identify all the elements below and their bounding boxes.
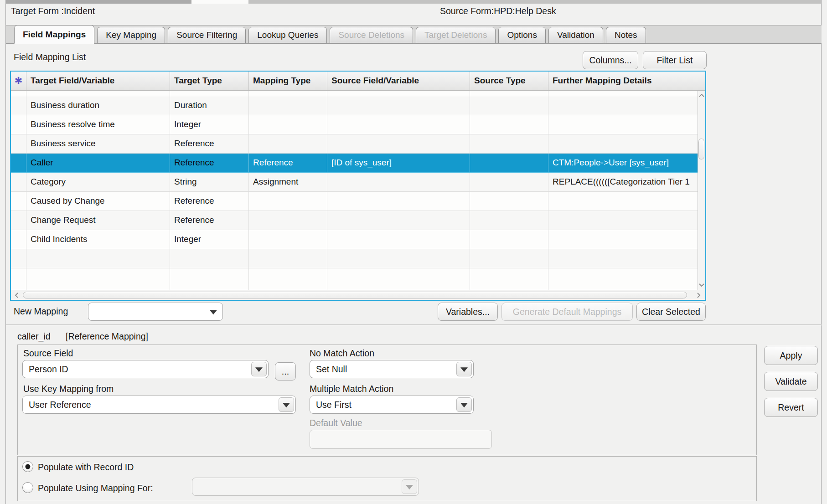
- cell-details: [548, 230, 698, 249]
- default-value-label: Default Value: [310, 418, 362, 428]
- variables-button[interactable]: Variables...: [438, 303, 498, 321]
- cell-target-type: Integer: [170, 230, 249, 249]
- table-body: Business duration Duration Business reso…: [11, 91, 698, 290]
- populate-record-id-radio[interactable]: [22, 461, 33, 472]
- populate-using-mapping-radio[interactable]: [22, 482, 33, 493]
- cell-target-type: String: [170, 173, 249, 191]
- default-value-input[interactable]: [310, 430, 492, 449]
- table-row-selected[interactable]: Caller Reference Reference [ID of sys_us…: [11, 154, 698, 173]
- cell-mapping-type: [249, 96, 327, 115]
- cell-details: [548, 192, 698, 211]
- tab-notes[interactable]: Notes: [606, 27, 646, 43]
- panel-divider-highlight: [6, 325, 822, 325]
- clear-selected-button[interactable]: Clear Selected: [636, 303, 706, 321]
- new-mapping-label: New Mapping: [14, 306, 68, 317]
- table-row[interactable]: Business duration Duration: [11, 96, 698, 115]
- tab-lookup-queries[interactable]: Lookup Queries: [248, 27, 327, 43]
- multiple-match-action-value: Use First: [310, 396, 455, 413]
- validate-button[interactable]: Validate: [764, 372, 818, 391]
- cell-mapping-type: [249, 211, 327, 230]
- table-row[interactable]: Category String Assignment REPLACE((((([…: [11, 173, 698, 192]
- tab-validation[interactable]: Validation: [548, 27, 603, 43]
- cell-source-field: [327, 115, 470, 134]
- tab-key-mapping[interactable]: Key Mapping: [97, 27, 165, 43]
- multiple-match-action-select[interactable]: Use First: [310, 396, 474, 414]
- vertical-scrollbar[interactable]: [698, 91, 705, 290]
- new-mapping-select[interactable]: [88, 303, 223, 321]
- cell-source-field: [327, 230, 470, 249]
- chevron-down-icon: [402, 479, 417, 494]
- col-header-target-type[interactable]: Target Type: [170, 72, 249, 90]
- cell-mapping-type: Reference: [249, 154, 327, 172]
- detail-field-name: caller_id: [17, 331, 51, 342]
- table-row[interactable]: Business service Reference: [11, 134, 698, 154]
- cell-mapping-type: [249, 115, 327, 134]
- col-header-target-field[interactable]: Target Field/Variable: [26, 72, 170, 90]
- use-key-mapping-value: User Reference: [23, 396, 277, 413]
- cell-target-field: Change Request: [26, 211, 170, 230]
- table-row[interactable]: Caused by Change Reference: [11, 192, 698, 211]
- cell-details: [548, 211, 698, 230]
- cell-target-field: Caused by Change: [26, 192, 170, 211]
- col-header-source-field[interactable]: Source Field/Variable: [327, 72, 470, 90]
- populate-record-id-label: Populate with Record ID: [38, 462, 134, 473]
- cell-target-type: Reference: [170, 211, 249, 230]
- cell-target-field: Business duration: [26, 96, 170, 115]
- chevron-down-icon[interactable]: [279, 397, 294, 412]
- no-match-action-select[interactable]: Set Null: [310, 360, 474, 378]
- source-field-value: Person ID: [23, 360, 250, 378]
- table-row-empty: [11, 249, 698, 268]
- col-header-mapping-type[interactable]: Mapping Type: [249, 72, 327, 90]
- chevron-down-icon[interactable]: [456, 397, 472, 412]
- populate-options-groupbox: Populate with Record ID Populate Using M…: [17, 456, 757, 501]
- apply-button[interactable]: Apply: [764, 346, 818, 365]
- source-field-select[interactable]: Person ID: [22, 360, 269, 378]
- chevron-down-icon[interactable]: [456, 362, 472, 376]
- revert-button[interactable]: Revert: [764, 398, 818, 417]
- tab-options[interactable]: Options: [498, 27, 545, 43]
- cell-target-type: Integer: [170, 115, 249, 134]
- scroll-up-icon[interactable]: [698, 93, 705, 99]
- cell-source-type: [470, 154, 548, 172]
- cell-source-type: [470, 192, 548, 211]
- col-header-details[interactable]: Further Mapping Details: [548, 72, 705, 90]
- reference-mapping-groupbox: Source Field Person ID ... No Match Acti…: [17, 345, 757, 455]
- cell-source-type: [470, 115, 548, 134]
- cell-details: REPLACE((((([Categorization Tier 1: [548, 173, 698, 191]
- window-left-border: [5, 0, 6, 504]
- tab-field-mappings[interactable]: Field Mappings: [14, 25, 94, 44]
- browse-button[interactable]: ...: [275, 362, 296, 381]
- col-header-source-type[interactable]: Source Type: [470, 72, 548, 90]
- scroll-left-icon[interactable]: [14, 292, 20, 298]
- filter-list-button[interactable]: Filter List: [643, 51, 707, 69]
- cell-target-field: Business service: [26, 134, 170, 153]
- cell-mapping-type: [249, 192, 327, 211]
- table-row[interactable]: Change Request Reference: [11, 211, 698, 230]
- columns-button[interactable]: Columns...: [583, 51, 638, 69]
- source-form-caption: Source Form:: [440, 6, 494, 16]
- cell-details: [548, 115, 698, 134]
- mapping-tool-window: { "header": { "target_form_label": "Targ…: [0, 0, 827, 504]
- tab-source-filtering[interactable]: Source Filtering: [168, 27, 246, 43]
- key-field-asterisk-icon: ✱: [11, 72, 26, 90]
- cell-source-field: [327, 192, 470, 211]
- populate-using-mapping-label: Populate Using Mapping For:: [38, 483, 153, 494]
- chevron-down-icon[interactable]: [251, 362, 267, 376]
- vertical-scroll-thumb[interactable]: [698, 139, 704, 159]
- table-row[interactable]: Child Incidents Integer: [11, 230, 698, 249]
- scroll-down-icon[interactable]: [698, 282, 705, 288]
- chevron-down-icon[interactable]: [206, 304, 221, 319]
- target-form-value: Incident: [64, 6, 95, 16]
- target-form-label: Target Form :Incident: [11, 6, 95, 16]
- source-field-label: Source Field: [23, 348, 73, 359]
- source-form-value: HPD:Help Desk: [494, 6, 556, 16]
- table-row[interactable]: Business resolve time Integer: [11, 115, 698, 134]
- use-key-mapping-select[interactable]: User Reference: [22, 396, 296, 414]
- cell-mapping-type: Assignment: [249, 173, 327, 191]
- field-mapping-list-title: Field Mapping List: [14, 52, 86, 62]
- cell-details: CTM:People->User [sys_user]: [548, 154, 698, 172]
- horizontal-scrollbar[interactable]: [11, 290, 705, 300]
- scroll-right-icon[interactable]: [695, 292, 702, 298]
- horizontal-scroll-thumb[interactable]: [23, 292, 687, 298]
- cell-details: [548, 134, 698, 153]
